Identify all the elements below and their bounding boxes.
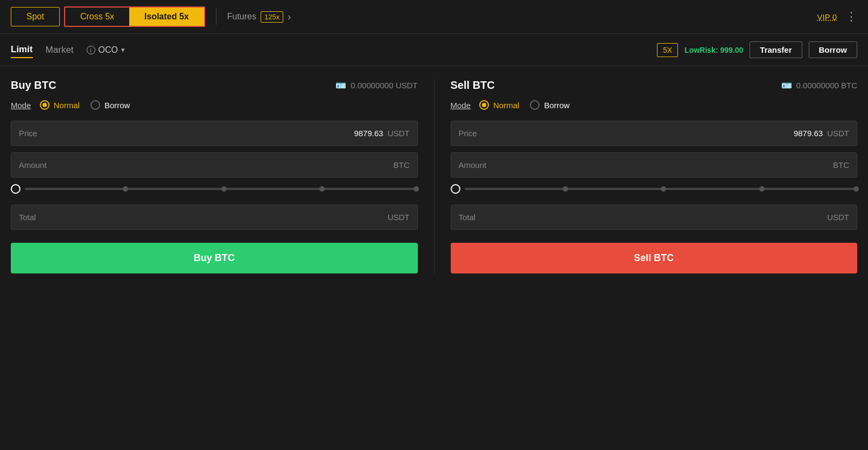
sell-borrow-radio-outer (530, 100, 540, 110)
buy-radio-group: Normal Borrow (40, 100, 130, 110)
sell-mode-row: Mode Normal Borrow (451, 100, 858, 110)
buy-mode-label[interactable]: Mode (11, 101, 31, 110)
buy-slider-tick-75 (319, 186, 325, 192)
sell-slider[interactable] (451, 184, 858, 194)
tab-oco[interactable]: i OCO ▾ (87, 45, 125, 55)
sell-mode-borrow[interactable]: Borrow (530, 100, 570, 110)
tab-isolated[interactable]: Isolated 5x (129, 8, 204, 26)
leverage-badge[interactable]: 5X (657, 43, 678, 57)
transfer-button[interactable]: Transfer (750, 41, 802, 58)
buy-amount-currency: BTC (394, 160, 410, 170)
oco-label: OCO (99, 45, 118, 55)
sell-slider-track (465, 188, 858, 190)
buy-slider-tick-100 (414, 186, 419, 192)
sell-radio-group: Normal Borrow (479, 100, 570, 110)
futures-badge[interactable]: 125x (261, 11, 283, 23)
buy-slider-tick-50 (221, 186, 227, 192)
buy-slider-tick-25 (123, 186, 128, 192)
panel-divider (434, 79, 435, 273)
tab-market[interactable]: Market (46, 43, 74, 58)
buy-price-label: Price (19, 129, 354, 138)
sell-panel-header: Sell BTC 🪪 0.00000000 BTC (451, 79, 858, 92)
sell-wallet-icon: 🪪 (781, 80, 792, 90)
sell-mode-normal[interactable]: Normal (479, 100, 519, 110)
tab-group: Spot Cross 5x Isolated 5x (11, 6, 205, 27)
sell-panel-title: Sell BTC (451, 79, 495, 92)
divider (216, 9, 216, 25)
futures-arrow-icon[interactable]: › (288, 11, 291, 23)
borrow-button[interactable]: Borrow (809, 41, 858, 58)
margin-tab-group: Cross 5x Isolated 5x (64, 6, 205, 27)
buy-mode-normal[interactable]: Normal (40, 100, 80, 110)
futures-label: Futures (227, 12, 256, 22)
sell-amount-label: Amount (459, 160, 834, 170)
buy-panel: Buy BTC 🪪 0.00000000 USDT Mode Normal Bo… (11, 79, 418, 273)
sell-amount-input[interactable]: Amount BTC (451, 152, 858, 178)
sell-normal-radio-outer (479, 100, 489, 110)
more-options-button[interactable]: ⋮ (845, 10, 857, 24)
sell-normal-radio-inner (482, 103, 486, 107)
sell-balance: 0.00000000 BTC (796, 81, 857, 90)
low-risk-text: LowRisk: 999.00 (684, 46, 743, 54)
sell-total-currency: USDT (827, 213, 849, 222)
buy-total-input[interactable]: Total USDT (11, 205, 418, 230)
buy-mode-row: Mode Normal Borrow (11, 100, 418, 110)
tab-cross[interactable]: Cross 5x (65, 8, 129, 26)
tab-spot[interactable]: Spot (11, 7, 60, 26)
sell-slider-thumb (451, 184, 460, 194)
buy-total-currency: USDT (388, 213, 410, 222)
buy-borrow-radio-outer (90, 100, 100, 110)
risk-section: 5X LowRisk: 999.00 Transfer Borrow (657, 41, 857, 58)
buy-btc-button[interactable]: Buy BTC (11, 243, 418, 273)
buy-total-label: Total (19, 213, 388, 222)
sell-total-label: Total (459, 213, 828, 222)
buy-balance-info: 🪪 0.00000000 USDT (335, 80, 417, 90)
buy-normal-radio-outer (40, 100, 50, 110)
sell-mode-label[interactable]: Mode (451, 101, 471, 110)
buy-panel-header: Buy BTC 🪪 0.00000000 USDT (11, 79, 418, 92)
wallet-icon: 🪪 (335, 80, 346, 90)
sell-price-value: 9879.63 (794, 129, 823, 138)
buy-mode-borrow[interactable]: Borrow (90, 100, 130, 110)
trading-panels: Buy BTC 🪪 0.00000000 USDT Mode Normal Bo… (0, 66, 868, 286)
vip-label[interactable]: VIP 0 (817, 12, 837, 22)
sell-total-input[interactable]: Total USDT (451, 205, 858, 230)
sell-borrow-label: Borrow (544, 101, 570, 110)
buy-borrow-label: Borrow (104, 101, 130, 110)
buy-price-input[interactable]: Price 9879.63 USDT (11, 121, 418, 146)
buy-price-value: 9879.63 (354, 129, 383, 138)
sell-normal-label: Normal (493, 101, 519, 110)
sell-price-currency: USDT (827, 129, 849, 138)
buy-slider-track (25, 188, 418, 190)
sell-price-input[interactable]: Price 9879.63 USDT (451, 121, 858, 146)
buy-price-currency: USDT (388, 129, 410, 138)
buy-amount-label: Amount (19, 160, 394, 170)
buy-panel-title: Buy BTC (11, 79, 56, 92)
order-type-bar: Limit Market i OCO ▾ 5X LowRisk: 999.00 … (0, 34, 868, 66)
futures-section: Futures 125x › (227, 11, 291, 23)
sell-slider-tick-50 (661, 186, 666, 192)
tab-limit[interactable]: Limit (11, 42, 33, 58)
buy-balance: 0.00000000 USDT (351, 81, 417, 90)
buy-amount-input[interactable]: Amount BTC (11, 152, 418, 178)
sell-price-label: Price (459, 129, 794, 138)
oco-chevron-icon: ▾ (121, 46, 125, 54)
buy-slider-thumb (11, 184, 20, 194)
sell-slider-tick-25 (563, 186, 568, 192)
buy-slider[interactable] (11, 184, 418, 194)
sell-amount-currency: BTC (833, 160, 849, 170)
sell-slider-tick-75 (759, 186, 765, 192)
oco-info-icon: i (87, 46, 95, 54)
sell-panel: Sell BTC 🪪 0.00000000 BTC Mode Normal Bo… (451, 79, 858, 273)
top-bar: Spot Cross 5x Isolated 5x Futures 125x ›… (0, 0, 868, 34)
buy-normal-radio-inner (43, 103, 47, 107)
sell-slider-tick-100 (853, 186, 859, 192)
sell-btc-button[interactable]: Sell BTC (451, 243, 858, 273)
sell-balance-info: 🪪 0.00000000 BTC (781, 80, 857, 90)
buy-normal-label: Normal (54, 101, 80, 110)
